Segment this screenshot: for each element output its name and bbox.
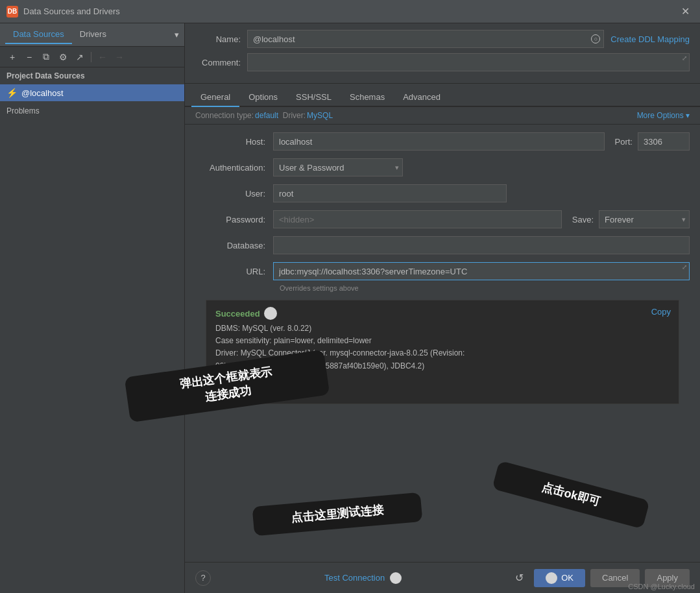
forward-button[interactable]: → [112, 50, 127, 64]
detail-line-6: SSL: yes [215, 385, 670, 397]
expand-icon[interactable]: ⤢ [682, 54, 687, 62]
detail-line-5: Ping: 101 ms [215, 372, 670, 385]
right-panel: Name: ○ Create DDL Mapping Comment: ⤢ [185, 23, 700, 593]
conn-type-value[interactable]: default [255, 111, 278, 120]
problems-label: Problems [6, 106, 40, 115]
auth-row: Authentication: User & Password No auth … [195, 158, 690, 176]
name-label: Name: [195, 34, 247, 44]
left-tab-arrow[interactable]: ▾ [175, 30, 179, 40]
tab-advanced[interactable]: Advanced [394, 88, 450, 107]
dialog-title: Data Sources and Drivers [23, 6, 677, 16]
url-row: URL: ⤢ [195, 262, 690, 280]
copy-button[interactable]: Copy [651, 307, 671, 317]
password-row: Password: Save: Forever For session Neve… [195, 210, 690, 228]
host-label: Host: [195, 137, 273, 147]
save-select[interactable]: Forever For session Never [599, 210, 690, 228]
url-label: URL: [195, 267, 273, 276]
settings-button[interactable]: ⚙ [56, 50, 70, 64]
auth-select[interactable]: User & Password No auth Password [273, 158, 403, 176]
name-input-wrap: ○ [247, 30, 604, 48]
auth-label: Authentication: [195, 163, 273, 173]
create-ddl-button[interactable]: Create DDL Mapping [610, 34, 690, 44]
port-label: Port: [615, 137, 638, 147]
auth-select-wrap: User & Password No auth Password ▾ [273, 158, 403, 176]
url-expand-icon[interactable]: ⤢ [682, 263, 687, 271]
tab-options[interactable]: Options [239, 88, 287, 107]
user-row: User: [195, 184, 690, 202]
close-button[interactable]: ✕ [677, 4, 694, 19]
url-note: Overrides settings above [195, 284, 690, 292]
remove-button[interactable]: − [22, 50, 36, 64]
project-data-sources-label: Project Data Sources [0, 67, 184, 84]
user-label: User: [195, 189, 273, 199]
name-row: Name: ○ Create DDL Mapping [195, 30, 690, 48]
test-connection-button[interactable]: Test Connection [324, 573, 385, 583]
left-toolbar: + − ⧉ ⚙ ↗ ← → [0, 47, 184, 67]
success-details: DBMS: MySQL (ver. 8.0.22) Case sensitivi… [215, 322, 670, 397]
password-input[interactable] [273, 210, 562, 228]
back-button[interactable]: ← [95, 50, 110, 64]
comment-input-wrap: ⤢ [247, 53, 690, 71]
success-header: Succeeded [215, 307, 670, 320]
copy-button[interactable]: ⧉ [39, 50, 53, 64]
detail-line-1: DBMS: MySQL (ver. 8.0.22) [215, 322, 670, 335]
detail-line-2: Case sensitivity: plain=lower, delimited… [215, 335, 670, 347]
conn-type-label: Connection type: [195, 111, 254, 120]
dialog-root: DB Data Sources and Drivers ✕ Data Sourc… [0, 0, 700, 593]
url-input-wrap: ⤢ [273, 262, 690, 280]
title-bar: DB Data Sources and Drivers ✕ [0, 0, 700, 23]
success-dot [264, 307, 277, 320]
help-button[interactable]: ? [195, 570, 211, 586]
host-port-row: Host: Port: [195, 132, 690, 151]
ok-button[interactable]: OK [534, 569, 585, 587]
port-input[interactable] [638, 132, 690, 151]
problems-section: Problems [0, 101, 184, 121]
right-tabs: General Options SSH/SSL Schemas Advanced [185, 84, 700, 107]
database-row: Database: [195, 236, 690, 254]
user-input[interactable] [273, 184, 507, 202]
bottom-bar: ? Test Connection ↺ OK Cancel Apply [185, 562, 700, 593]
app-icon-text: DB [8, 8, 17, 15]
ok-dot [546, 572, 557, 584]
comment-row: Comment: ⤢ [195, 53, 690, 71]
left-tabs: Data Sources Drivers ▾ [0, 23, 184, 47]
tab-drivers[interactable]: Drivers [72, 25, 114, 44]
connection-info-bar: Connection type: default Driver: MySQL M… [185, 107, 700, 125]
detail-line-3: Driver: MySQL Connector/J (ver. mysql-co… [215, 347, 670, 359]
tab-sshssl[interactable]: SSH/SSL [287, 88, 341, 107]
succeeded-label: Succeeded [215, 309, 260, 319]
tab-general[interactable]: General [191, 88, 239, 107]
name-input[interactable] [247, 30, 604, 48]
database-input[interactable] [273, 236, 690, 254]
data-source-icon: ⚡ [6, 88, 18, 98]
add-button[interactable]: + [5, 50, 19, 64]
toolbar-separator [91, 52, 91, 62]
watermark: CSDN @Lucky.cloud [628, 583, 695, 590]
undo-button[interactable]: ↺ [515, 572, 524, 584]
more-options-button[interactable]: More Options ▾ [637, 111, 690, 120]
host-input[interactable] [273, 132, 605, 151]
left-panel: Data Sources Drivers ▾ + − ⧉ ⚙ ↗ ← → Pro… [0, 23, 185, 593]
password-label: Password: [195, 215, 273, 224]
url-input[interactable] [273, 262, 690, 280]
save-label: Save: [572, 215, 599, 224]
app-icon: DB [6, 6, 18, 18]
tab-data-sources[interactable]: Data Sources [5, 25, 72, 44]
name-input-circle-icon: ○ [591, 34, 600, 43]
comment-label: Comment: [195, 58, 247, 67]
database-label: Database: [195, 241, 273, 250]
comment-input[interactable] [247, 53, 690, 71]
form-area: Host: Port: Authentication: User & Passw… [185, 125, 700, 562]
right-header: Name: ○ Create DDL Mapping Comment: ⤢ [185, 23, 700, 84]
success-panel: Succeeded Copy DBMS: MySQL (ver. 8.0.22)… [206, 300, 679, 404]
data-source-name: @localhost [21, 88, 64, 98]
test-conn-indicator [390, 572, 402, 584]
export-button[interactable]: ↗ [73, 50, 87, 64]
tab-schemas[interactable]: Schemas [341, 88, 394, 107]
detail-line-4: 08be9e9b4cba6aa115f9b27b215887af40b159e0… [215, 360, 670, 372]
content-area: Data Sources Drivers ▾ + − ⧉ ⚙ ↗ ← → Pro… [0, 23, 700, 593]
data-source-localhost[interactable]: ⚡ @localhost [0, 84, 184, 101]
driver-value[interactable]: MySQL [307, 111, 333, 120]
driver-label: Driver: [283, 111, 306, 120]
save-select-wrap: Forever For session Never ▾ [599, 210, 690, 228]
